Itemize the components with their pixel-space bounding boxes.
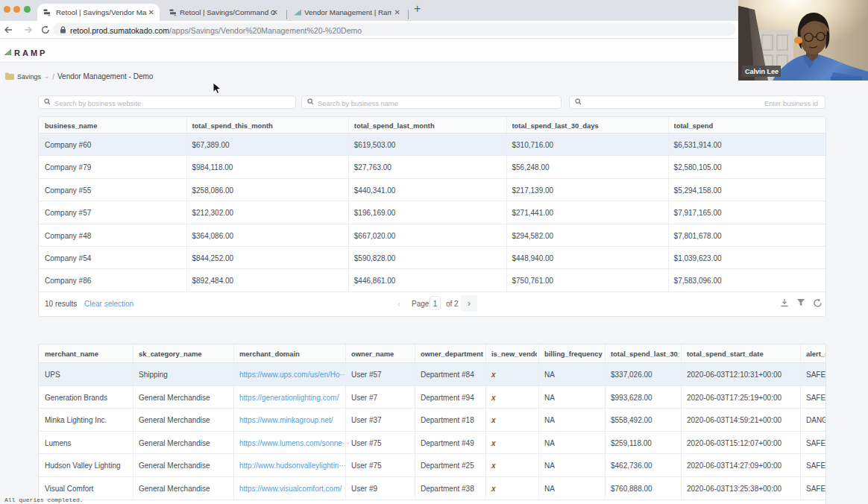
svg-text:Calvin Lee: Calvin Lee	[745, 68, 779, 75]
